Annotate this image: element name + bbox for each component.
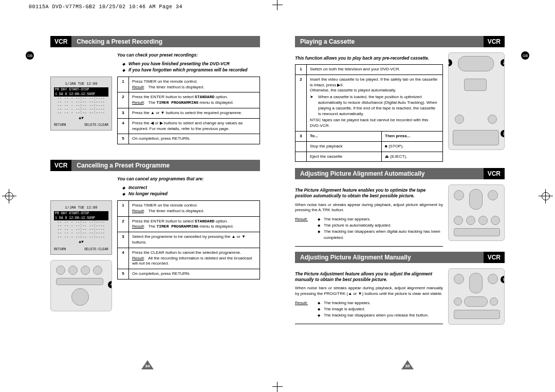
steps-table: 1Press TIMER on the remote control.Resul… <box>117 200 260 279</box>
lcd-clear: DELETE:CLEAR <box>84 123 108 127</box>
lcd-dash-row: -- -- - --:-- --:---- <box>54 220 108 224</box>
step-row: 3Press the ▲ or ▼ buttons to select the … <box>118 108 260 119</box>
step-row: 5On completion, press RETURN. <box>118 134 260 144</box>
page-right: GB Playing a Cassette VCR This function … <box>278 15 538 377</box>
section-header-checking: VCR Checking a Preset Recording <box>50 36 260 47</box>
lcd-header-row: PR DAY START-STOP <box>54 211 108 216</box>
step-number: 2 <box>118 216 129 232</box>
step-number: 4 <box>118 118 129 134</box>
vcr-tag: VCR <box>50 160 71 171</box>
step-number: 3 <box>295 132 307 142</box>
crop-mark-bottom <box>272 382 283 392</box>
step-row: 1Switch on both the television and your … <box>295 65 443 75</box>
bullet-item: No longer required <box>122 191 260 197</box>
intro-text: The Picture Alignment feature enables yo… <box>295 188 439 199</box>
intro-text: The Picture Adjustment feature allows yo… <box>295 271 439 283</box>
action-row: Stop the playback■ (STOP). <box>295 141 443 152</box>
lcd-dash-row: -- -- - --:-- --:---- <box>54 224 108 228</box>
section-title: Adjusting Picture Alignment Manually <box>295 252 484 263</box>
result-block: Result: The tracking bar appears. The pi… <box>295 216 443 241</box>
crop-mark-top <box>272 0 283 10</box>
paragraph: When noise bars or streaks appear during… <box>295 202 443 214</box>
lcd-datetime: 1/JAN TUE 12:09 <box>54 206 108 210</box>
action-to: Eject the cassette <box>307 152 382 162</box>
step-row: 3Select the programme to be cancelled by… <box>118 232 260 248</box>
lcd-header-row: PR DAY START-STOP <box>54 87 108 92</box>
page-left: GB VCR Checking a Preset Recording You c… <box>17 15 278 377</box>
step-number: 5 <box>118 269 129 279</box>
lcd-screen: 1/JAN TUE 12:09 PR DAY START-STOP 1 SA 9… <box>50 200 112 255</box>
bullet-item: If you have forgotten which programmes w… <box>122 67 260 73</box>
step-body: Insert the video cassette to be played. … <box>307 74 443 131</box>
result-item: The tracking bar appears. <box>318 216 443 222</box>
remote-illustration: 4 <box>50 260 112 311</box>
remote-illustration: 5 <box>448 268 505 325</box>
step-body: Press the CLEAR button to cancel the sel… <box>129 248 260 269</box>
callout-4: 4 <box>108 281 112 288</box>
section-title: Cancelling a Preset Programme <box>71 160 260 171</box>
action-row: Eject the cassette⏏ (EJECT). <box>295 152 443 162</box>
step-body: Select the programme to be cancelled by … <box>129 232 260 248</box>
remote-illustration: 1 2 3 <box>448 52 505 150</box>
lcd-dash-row: -- -- - --:-- --:---- <box>54 228 108 231</box>
step-body: Press TIMER on the remote control.Result… <box>129 77 260 92</box>
step-row: 1Press TIMER on the remote control.Resul… <box>118 201 260 217</box>
callout-2: 2 <box>501 59 505 66</box>
step-body: Press the ◀ or ▶ buttons to select and c… <box>129 118 260 134</box>
col-then: Then press... <box>382 132 443 142</box>
result-label: Result: <box>295 216 313 241</box>
step-row: 4Press the ◀ or ▶ buttons to select and … <box>118 118 260 134</box>
intro-text: You can check your preset recordings: <box>117 52 260 58</box>
step-body: Press TIMER on the remote control.Result… <box>129 201 260 217</box>
step-number: 5 <box>118 134 129 144</box>
lcd-clear: DELETE:CLEAR <box>84 248 108 251</box>
result-item: The tracking bar disappears when you rel… <box>318 312 429 319</box>
step-number: 2 <box>295 74 307 131</box>
intro-bullets: Incorrect No longer required <box>122 185 260 197</box>
section-header-auto-align: Adjusting Picture Alignment Automaticall… <box>295 168 505 179</box>
step-number: 2 <box>118 92 129 108</box>
step-body: Press the ENTER button to select STANDAR… <box>129 92 260 108</box>
page-number-left: 34 <box>141 364 154 368</box>
language-badge: GB <box>521 51 529 60</box>
lcd-data-row: 1 SA 9 12:00-12:50SP <box>54 92 108 97</box>
separator <box>295 324 443 324</box>
step-body: Press the ENTER button to select STANDAR… <box>129 216 260 232</box>
lcd-screen: 1/JAN TUE 12:09 PR DAY START-STOP 1 SA 9… <box>50 77 112 131</box>
lcd-datetime: 1/JAN TUE 12:09 <box>54 82 108 86</box>
section-header-playing: Playing a Cassette VCR <box>295 36 505 47</box>
lcd-dash-row: -- -- - --:-- --:---- <box>54 111 108 115</box>
action-then: ■ (STOP). <box>382 141 443 152</box>
intro-text: This function allows you to play back an… <box>295 55 439 61</box>
lcd-return: RETURN <box>54 248 66 251</box>
vcr-tag: VCR <box>484 168 505 179</box>
step-row: 2Press the ENTER button to select STANDA… <box>118 216 260 232</box>
action-to: Stop the playback <box>307 141 382 152</box>
steps-table: 1Switch on both the television and your … <box>295 64 443 132</box>
step-body: Switch on both the television and your D… <box>307 65 443 75</box>
section-title: Checking a Preset Recording <box>71 36 260 47</box>
step-body: On completion, press RETURN. <box>129 269 260 279</box>
language-badge: GB <box>26 51 34 60</box>
bullet-item: Incorrect <box>122 185 260 191</box>
vcr-tag: VCR <box>484 36 505 47</box>
section-title: Playing a Cassette <box>295 36 484 47</box>
result-label: Result: <box>295 300 313 319</box>
page-spread: GB VCR Checking a Preset Recording You c… <box>17 15 538 377</box>
step-number: 1 <box>118 201 129 217</box>
lcd-dash-row: -- -- - --:-- --:---- <box>54 107 108 111</box>
result-block: Result: The tracking bar appears. The im… <box>295 300 443 319</box>
callout-5: 5 <box>501 276 505 283</box>
registration-mark-left <box>2 189 16 203</box>
step-row: 2Press the ENTER button to select STANDA… <box>118 92 260 108</box>
paragraph: When noise bars or streaks appear during… <box>295 286 443 297</box>
lcd-arrows: ▲▼ <box>54 240 108 245</box>
registration-mark-right <box>539 189 553 203</box>
lcd-return: RETURN <box>54 123 66 127</box>
vcr-tag: VCR <box>50 36 71 47</box>
bullet-item: When you have finished presetting the DV… <box>122 61 260 67</box>
step-number: 4 <box>118 248 129 269</box>
result-item: The tracking bar appears. <box>318 300 429 306</box>
callout-1: 1 <box>448 59 452 66</box>
section-header-cancelling: VCR Cancelling a Preset Programme <box>50 160 260 171</box>
